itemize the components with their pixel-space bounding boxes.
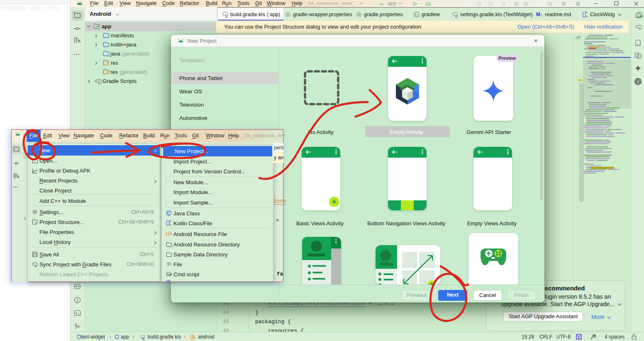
svg-text:CMD: CMD bbox=[167, 273, 172, 276]
